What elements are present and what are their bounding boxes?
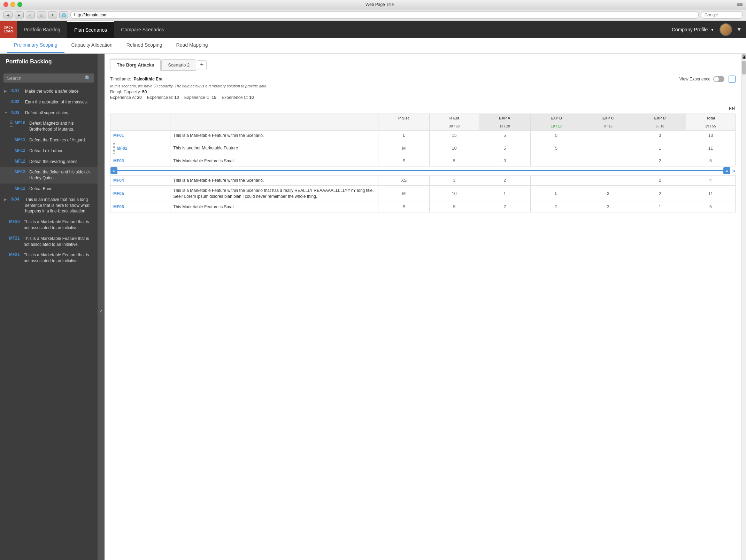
scroll-thumb[interactable] xyxy=(742,61,746,75)
window-title: Web Page Title xyxy=(366,2,394,7)
window-controls xyxy=(3,2,22,7)
close-button[interactable] xyxy=(3,2,8,7)
cell-expc: 3 xyxy=(582,202,634,212)
timeframe-label: Timeframe: xyxy=(110,77,131,81)
item-id: MF21 xyxy=(9,236,22,241)
cell-psize: M xyxy=(378,141,430,156)
toggle-square[interactable] xyxy=(729,76,736,83)
handle-right-icon: ≡ xyxy=(726,169,728,173)
item-id: MF12 xyxy=(15,159,27,164)
cell-psize: S xyxy=(378,202,430,212)
nav-compare-scenarios[interactable]: Compare Scenarios xyxy=(114,21,171,38)
view-experience-toggle[interactable] xyxy=(713,76,724,82)
forward-button[interactable]: ▶ xyxy=(15,11,24,18)
cell-rest: 10 xyxy=(430,186,479,202)
sidebar-collapse-toggle[interactable]: ‹ xyxy=(98,54,105,560)
list-item[interactable]: ▶ IN04 This is an initiative that has a … xyxy=(0,194,98,217)
timeframe-value: Paleolithic Era xyxy=(134,77,163,81)
company-profile-button[interactable]: Company Profile ▼ xyxy=(666,27,720,32)
back-button[interactable]: ◀ xyxy=(3,11,13,18)
scrollbar[interactable]: ▲ ▼ xyxy=(741,54,746,560)
list-item[interactable]: MF12 Defeat Bane xyxy=(0,184,98,194)
item-id: IN03 xyxy=(10,110,23,115)
view-experience: View Experience xyxy=(679,76,736,83)
scenario-tab-borg[interactable]: The Borg Attacks xyxy=(110,59,161,71)
list-item[interactable]: ▼ IN03 Defeat all super villains. xyxy=(0,108,98,118)
item-text: Defeat all super villains. xyxy=(25,110,69,116)
browser-search-input[interactable] xyxy=(701,11,743,19)
exp-c-label: Experience C: xyxy=(184,95,210,100)
resize-handle[interactable] xyxy=(737,3,743,6)
cell-expa: 2 xyxy=(479,202,530,212)
tab-road-mapping[interactable]: Road Mapping xyxy=(169,38,215,53)
cell-id[interactable]: MF03 xyxy=(110,156,170,166)
cell-psize: M xyxy=(378,186,430,202)
cell-id[interactable]: MF02 xyxy=(110,141,170,156)
list-item[interactable]: ▶ IN01 Make the world a safer place xyxy=(0,86,98,97)
scroll-up-button[interactable]: ▲ xyxy=(742,54,746,59)
list-item[interactable]: MF21 This is a Marketable Feature that i… xyxy=(0,233,98,250)
nav-plan-scenarios[interactable]: Plan Scenarios xyxy=(67,21,114,38)
list-item[interactable]: MF11 Defeat the Enemies of Asgard. xyxy=(0,135,98,146)
sub-expc: 0 / 15 xyxy=(582,122,634,131)
cell-total: 11 xyxy=(686,186,735,202)
search-input[interactable] xyxy=(7,76,85,81)
browser-chrome: Web Page Title ◀ ▶ ⌂ ⎙ + 🌐 xyxy=(0,0,746,21)
drag-handle[interactable] xyxy=(10,120,13,127)
divider-handle-left[interactable]: ≡ xyxy=(110,167,117,174)
nav-items: Portfolio Backlog Plan Scenarios Compare… xyxy=(17,21,666,38)
item-id: IN02 xyxy=(10,99,23,104)
print-button[interactable]: ⎙ xyxy=(37,11,46,18)
list-item[interactable]: MF12 Defeat the Joker and his sidekick H… xyxy=(0,167,98,184)
list-item[interactable]: MF10 Defeat Magneto and his Brotherhood … xyxy=(0,118,98,135)
cell-id[interactable]: MF06 xyxy=(110,202,170,212)
toggle-knob xyxy=(714,77,719,81)
globe-icon: 🌐 xyxy=(59,11,68,18)
item-id: MF11 xyxy=(15,137,27,142)
cell-id[interactable]: MF05 xyxy=(110,186,170,202)
skip-forward-icon[interactable]: ⏭ xyxy=(729,104,736,112)
sub-psize xyxy=(378,122,430,131)
cell-rest: 5 xyxy=(430,156,479,166)
chevron-double-right-icon[interactable]: » xyxy=(732,167,735,174)
table-row: MF03 This Marketable Feature is Small S … xyxy=(110,156,736,166)
list-item[interactable]: MF21 This is a Marketable Feature that i… xyxy=(0,250,98,266)
item-id: MF12 xyxy=(15,148,27,153)
list-item[interactable]: ▶ IN02 Earn the adoration of the masses. xyxy=(0,97,98,108)
url-input[interactable] xyxy=(70,11,699,19)
avatar-image xyxy=(720,24,731,35)
handle-left-icon: ≡ xyxy=(113,169,115,173)
nav-expand-button[interactable]: ▼ xyxy=(732,26,746,33)
cell-id[interactable]: MF01 xyxy=(110,131,170,141)
row-drag-handle[interactable] xyxy=(113,143,115,154)
cell-expc xyxy=(582,131,634,141)
home-button[interactable]: ⌂ xyxy=(26,11,35,18)
item-id: IN04 xyxy=(10,197,23,202)
address-bar: ◀ ▶ ⌂ ⎙ + 🌐 xyxy=(0,9,746,21)
cell-id[interactable]: MF04 xyxy=(110,175,170,186)
nav-portfolio-backlog[interactable]: Portfolio Backlog xyxy=(17,21,67,38)
add-button[interactable]: + xyxy=(48,11,57,18)
tab-capacity-allocation[interactable]: Capacity Allocation xyxy=(64,38,120,53)
scenario-tab-2[interactable]: Scenario 2 xyxy=(161,59,196,71)
tab-preliminary-scoping[interactable]: Preliminary Scoping xyxy=(7,38,64,53)
table-nav: ⏭ xyxy=(110,104,736,112)
add-scenario-button[interactable]: + xyxy=(197,60,207,70)
cell-rest: 5 xyxy=(430,202,479,212)
list-item[interactable]: MF12 Defeat Lex Luthor. xyxy=(0,146,98,156)
maximize-button[interactable] xyxy=(17,2,22,7)
minimize-button[interactable] xyxy=(10,2,15,7)
company-profile-label: Company Profile xyxy=(672,27,708,32)
view-experience-label: View Experience xyxy=(679,77,710,81)
item-text: This is a Marketable Feature that is not… xyxy=(24,219,93,231)
table-subheader-row: 30 / 50 13 / 20 10 / 10 0 / 15 6 / 10 29… xyxy=(110,122,736,131)
divider-line xyxy=(117,170,724,171)
tab-refined-scoping[interactable]: Refined Scoping xyxy=(120,38,169,53)
scenario-description: In this scenario, we have 50 capacity. T… xyxy=(110,84,736,88)
cell-desc: This is a Marketable Feature within the … xyxy=(170,131,378,141)
divider-handle-right[interactable]: ≡ xyxy=(723,167,730,174)
cell-rest: 15 xyxy=(430,131,479,141)
cell-psize: S xyxy=(378,156,430,166)
list-item[interactable]: MF12 Defeat the invading aliens. xyxy=(0,156,98,167)
list-item[interactable]: MF20 This is a Marketable Feature that i… xyxy=(0,217,98,233)
